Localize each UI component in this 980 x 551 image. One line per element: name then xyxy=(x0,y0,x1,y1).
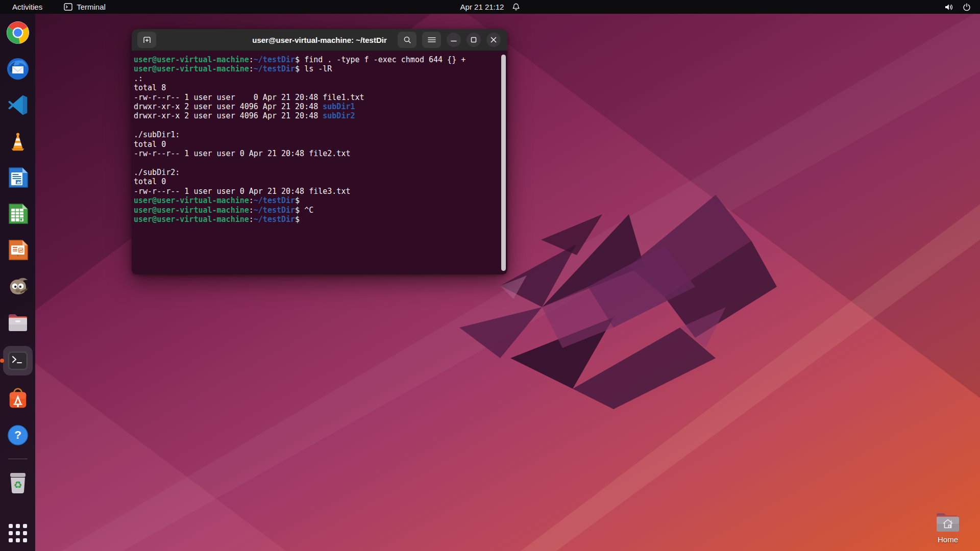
files-icon xyxy=(6,312,30,333)
libreoffice-impress-icon xyxy=(7,239,29,261)
top-bar: Activities Terminal Apr 21 21:12 xyxy=(0,0,980,14)
new-tab-button[interactable] xyxy=(137,32,156,48)
volume-icon xyxy=(944,3,953,11)
focused-app-menu[interactable]: Terminal xyxy=(64,3,106,11)
dock-item-terminal[interactable] xyxy=(3,346,33,375)
dock-item-ubuntu-software[interactable] xyxy=(3,386,33,412)
hamburger-menu-icon xyxy=(428,37,436,43)
desktop-home-folder[interactable]: Home xyxy=(926,511,970,544)
vlc-icon xyxy=(7,130,29,153)
show-applications-button[interactable] xyxy=(3,520,33,546)
show-applications-grid-icon xyxy=(9,524,27,542)
libreoffice-calc-icon xyxy=(7,203,29,225)
focused-app-label: Terminal xyxy=(77,3,106,11)
search-button[interactable] xyxy=(398,32,416,48)
trash-icon: ♻ xyxy=(7,471,29,494)
terminal-output: user@user-virtual-machine:~/testDir$ fin… xyxy=(132,51,507,274)
window-title: user@user-virtual-machine: ~/testDir xyxy=(252,36,386,44)
ubuntu-software-icon xyxy=(7,388,29,410)
activities-button[interactable]: Activities xyxy=(8,2,46,12)
dock-item-files[interactable] xyxy=(3,310,33,335)
search-icon xyxy=(403,36,411,44)
gimp-icon xyxy=(6,275,30,297)
terminal-app-icon xyxy=(64,3,72,11)
dock-item-libreoffice-writer[interactable] xyxy=(3,165,33,190)
terminal-dock-icon xyxy=(6,350,30,371)
dock-item-libreoffice-calc[interactable] xyxy=(3,201,33,227)
desktop-screen: Activities Terminal Apr 21 21:12 xyxy=(0,0,980,551)
maximize-button[interactable] xyxy=(467,33,481,47)
close-button[interactable] xyxy=(486,33,501,47)
vscode-icon xyxy=(7,94,29,116)
power-icon xyxy=(963,3,971,11)
dock: ? ♻ xyxy=(0,14,35,551)
terminal-body[interactable]: user@user-virtual-machine:~/testDir$ fin… xyxy=(132,51,507,274)
terminal-window: user@user-virtual-machine: ~/testDir xyxy=(132,29,507,274)
minimize-icon xyxy=(451,37,457,43)
minimize-button[interactable] xyxy=(447,33,461,47)
dock-item-vscode[interactable] xyxy=(3,92,33,118)
help-icon: ? xyxy=(7,424,29,446)
dock-item-libreoffice-impress[interactable] xyxy=(3,237,33,263)
clock-button[interactable]: Apr 21 21:12 xyxy=(460,3,520,11)
dock-divider xyxy=(8,459,28,459)
menu-button[interactable] xyxy=(422,32,441,48)
svg-text:♻: ♻ xyxy=(13,479,22,490)
svg-text:?: ? xyxy=(14,428,21,441)
dock-item-help[interactable]: ? xyxy=(3,422,33,448)
clock-label: Apr 21 21:12 xyxy=(460,3,504,11)
dock-item-gimp[interactable] xyxy=(3,273,33,299)
close-icon xyxy=(491,37,497,43)
home-folder-icon xyxy=(935,511,961,533)
chrome-icon xyxy=(6,21,30,44)
dock-item-vlc[interactable] xyxy=(3,129,33,154)
system-status-menu[interactable] xyxy=(944,3,980,11)
dock-item-chrome[interactable] xyxy=(3,20,33,45)
terminal-titlebar[interactable]: user@user-virtual-machine: ~/testDir xyxy=(132,29,507,51)
libreoffice-writer-icon xyxy=(7,166,29,189)
notification-bell-icon xyxy=(512,3,520,11)
maximize-icon xyxy=(471,37,477,43)
terminal-scrollbar[interactable] xyxy=(501,55,506,271)
home-folder-label: Home xyxy=(938,535,958,544)
thunderbird-icon xyxy=(6,57,30,81)
dock-item-trash[interactable]: ♻ xyxy=(3,470,33,495)
dock-item-thunderbird[interactable] xyxy=(3,56,33,82)
